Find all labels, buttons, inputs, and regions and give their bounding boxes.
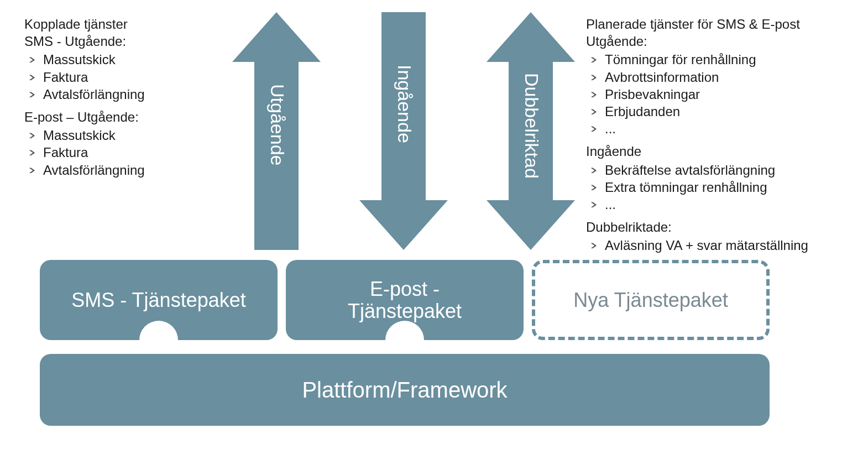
platform-box: Plattform/Framework (40, 354, 770, 426)
right-section1-title: Utgående: (586, 33, 851, 50)
left-section2-title: E-post – Utgående: (24, 108, 245, 126)
sms-box: SMS - Tjänstepaket (40, 260, 278, 340)
right-section1-list: Tömningar för renhållning Avbrottsinform… (586, 51, 851, 137)
list-item: Faktura (30, 69, 245, 86)
list-item: Massutskick (30, 51, 245, 68)
notch-icon (385, 321, 424, 340)
both-arrow-label: Dubbelriktad (521, 73, 542, 179)
list-item: Erbjudanden (592, 103, 851, 120)
right-title: Planerade tjänster för SMS & E-post (586, 15, 851, 33)
left-text-panel: Kopplade tjänster SMS - Utgående: Massut… (24, 15, 245, 184)
list-item: Avbrottsinformation (592, 69, 851, 86)
list-item: ... (592, 196, 851, 213)
right-text-panel: Planerade tjänster för SMS & E-post Utgå… (586, 15, 851, 277)
both-arrow: Dubbelriktad (487, 12, 575, 252)
list-item: Bekräftelse avtalsförlängning (592, 161, 851, 179)
nya-box: Nya Tjänstepaket (532, 260, 770, 340)
down-arrow-label: Ingående (394, 65, 415, 143)
platform-label: Plattform/Framework (302, 378, 507, 403)
list-item: Avtalsförlängning (30, 86, 245, 103)
notch-icon (139, 321, 178, 340)
list-item: Prisbevakningar (592, 86, 851, 103)
right-section3-title: Dubbelriktade: (586, 218, 851, 236)
nya-box-label: Nya Tjänstepaket (573, 289, 728, 311)
list-item: Tömningar för renhållning (592, 51, 851, 68)
epost-box: E-post - Tjänstepaket (286, 260, 524, 340)
up-arrow: Utgående (232, 12, 321, 252)
left-section1-title: SMS - Utgående: (24, 33, 245, 50)
right-section2-title: Ingående (586, 143, 851, 160)
list-item: Avtalsförlängning (30, 161, 245, 179)
left-title: Kopplade tjänster (24, 15, 245, 33)
list-item: Extra tömningar renhållning (592, 179, 851, 196)
list-item: Avläsning VA + svar mätarställning (592, 237, 851, 254)
list-item: Faktura (30, 144, 245, 161)
list-item: ... (592, 120, 851, 137)
right-section2-list: Bekräftelse avtalsförlängning Extra tömn… (586, 161, 851, 213)
up-arrow-label: Utgående (266, 84, 288, 165)
list-item: Massutskick (30, 127, 245, 144)
sms-box-label: SMS - Tjänstepaket (71, 289, 245, 311)
epost-box-label: E-post - Tjänstepaket (348, 278, 462, 322)
left-section2-list: Massutskick Faktura Avtalsförlängning (24, 127, 245, 179)
left-section1-list: Massutskick Faktura Avtalsförlängning (24, 51, 245, 103)
down-arrow: Ingående (359, 12, 448, 252)
